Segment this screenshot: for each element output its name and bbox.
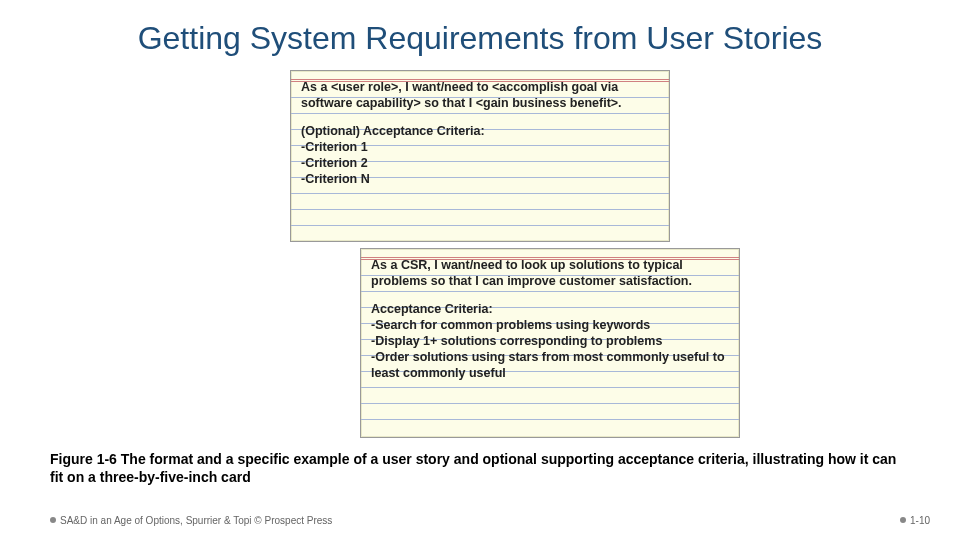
card-text: As a <user role>, I want/need to <accomp… xyxy=(291,71,669,191)
page-number: 1-10 xyxy=(910,515,930,526)
criterion-line: -Display 1+ solutions corresponding to p… xyxy=(371,333,729,349)
slide-title: Getting System Requirements from User St… xyxy=(0,20,960,57)
footer-right: 1-10 xyxy=(900,515,930,526)
acceptance-criteria-label: Acceptance Criteria: xyxy=(371,301,729,317)
criterion-line: -Criterion 1 xyxy=(301,139,659,155)
criterion-line: -Search for common problems using keywor… xyxy=(371,317,729,333)
index-card-template: As a <user role>, I want/need to <accomp… xyxy=(290,70,670,242)
bullet-icon xyxy=(50,517,56,523)
criterion-line: -Order solutions using stars from most c… xyxy=(371,349,729,381)
card-text: As a CSR, I want/need to look up solutio… xyxy=(361,249,739,385)
slide: Getting System Requirements from User St… xyxy=(0,0,960,540)
footer-left: SA&D in an Age of Options, Spurrier & To… xyxy=(50,515,332,526)
acceptance-criteria-label: (Optional) Acceptance Criteria: xyxy=(301,123,659,139)
story-template-text: As a <user role>, I want/need to <accomp… xyxy=(301,79,659,111)
figure-area: As a <user role>, I want/need to <accomp… xyxy=(0,70,960,438)
figure-caption: Figure 1-6 The format and a specific exa… xyxy=(50,450,910,486)
index-card-example: As a CSR, I want/need to look up solutio… xyxy=(360,248,740,438)
story-example-text: As a CSR, I want/need to look up solutio… xyxy=(371,257,729,289)
bullet-icon xyxy=(900,517,906,523)
criterion-line: -Criterion 2 xyxy=(301,155,659,171)
criterion-line: -Criterion N xyxy=(301,171,659,187)
footer-text: SA&D in an Age of Options, Spurrier & To… xyxy=(60,515,332,526)
